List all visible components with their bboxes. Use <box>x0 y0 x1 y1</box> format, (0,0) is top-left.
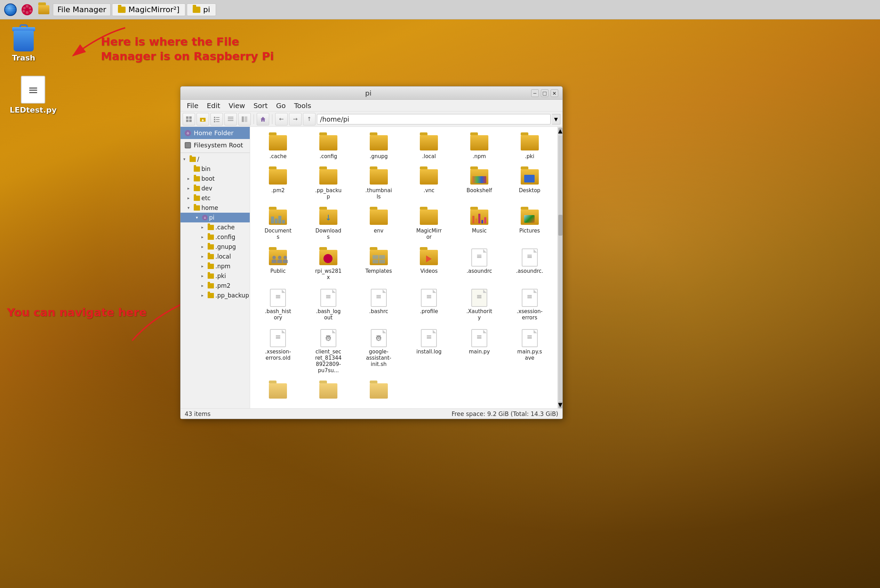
file-item-music[interactable]: Music <box>456 206 503 243</box>
address-dropdown-btn[interactable]: ▼ <box>552 114 560 124</box>
file-item-google-assistant[interactable]: ⚙ google-assistant-init.sh <box>355 326 402 376</box>
tree-item-bin[interactable]: bin <box>181 164 250 174</box>
toolbar-home-btn[interactable] <box>257 113 269 126</box>
tree-item-pki[interactable]: ▸ .pki <box>181 271 250 281</box>
file-item-desktop[interactable]: Desktop <box>506 165 554 202</box>
tree-item-cache[interactable]: ▸ .cache <box>181 222 250 232</box>
file-item-npm[interactable]: .npm <box>456 131 503 162</box>
file-item-install-log[interactable]: install.log <box>405 326 453 376</box>
file-item-profile[interactable]: .profile <box>405 286 453 324</box>
file-item-vnc[interactable]: .vnc <box>405 165 453 202</box>
window-maximize-btn[interactable]: □ <box>541 89 549 97</box>
tree-item-local[interactable]: ▸ .local <box>181 252 250 261</box>
trash-label: Trash <box>12 54 35 62</box>
file-item-xsession-errors-old[interactable]: .xsession-errors.old <box>254 326 302 376</box>
file-item-partial-3[interactable] <box>355 379 402 404</box>
tree-item-pi[interactable]: ▾ ⌂ pi <box>181 213 250 222</box>
file-item-main-py[interactable]: main.py <box>456 326 503 376</box>
file-item-xauthority[interactable]: .Xauthority <box>456 286 503 324</box>
file-item-videos[interactable]: Videos <box>405 246 453 283</box>
window-close-btn[interactable]: × <box>551 89 558 97</box>
file-item-pm2[interactable]: .pm2 <box>254 165 302 202</box>
menu-view[interactable]: View <box>225 100 248 111</box>
menu-edit[interactable]: Edit <box>203 100 224 111</box>
scrollbar-track[interactable] <box>558 135 563 401</box>
tree-arrow-pi: ▾ <box>196 215 201 220</box>
tab-pi[interactable]: pi <box>187 3 216 16</box>
tree-item-etc[interactable]: ▸ etc <box>181 193 250 203</box>
file-item-bashrc[interactable]: .bashrc <box>355 286 402 324</box>
toolbar-up-btn[interactable]: ↑ <box>303 113 316 126</box>
tree-item-root[interactable]: ▾ / <box>181 154 250 164</box>
file-item-bash-logout[interactable]: .bash_logout <box>305 286 352 324</box>
scrollbar[interactable]: ▲ ▼ <box>558 127 563 408</box>
file-item-asoundrc[interactable]: .asoundrc <box>456 246 503 283</box>
file-item-partial-2[interactable] <box>305 379 352 404</box>
raspberry-icon <box>21 3 33 16</box>
file-item-xsession-errors[interactable]: .xsession-errors <box>506 286 554 324</box>
toolbar-view4-btn[interactable] <box>238 113 251 126</box>
file-item-main-py-save[interactable]: main.py.save <box>506 326 554 376</box>
toolbar-view1-btn[interactable] <box>183 113 195 126</box>
toolbar-back-btn[interactable]: ← <box>275 113 288 126</box>
globe-taskbar-icon[interactable] <box>3 2 18 17</box>
ledtest-desktop-icon[interactable]: LEDtest.py <box>7 73 59 117</box>
sidebar-item-filesystem-root[interactable]: Filesystem Root <box>181 139 250 151</box>
sidebar-item-home-folder[interactable]: ⌂ Home Folder <box>181 127 250 139</box>
file-item-env[interactable]: env <box>355 206 402 243</box>
file-item-pp-backup[interactable]: .pp_backup <box>305 165 352 202</box>
window-minimize-btn[interactable]: − <box>531 89 539 97</box>
file-item-config[interactable]: .config <box>305 131 352 162</box>
file-label-google-assistant: google-assistant-init.sh <box>365 348 393 368</box>
tree-folder-root <box>190 157 196 162</box>
menu-file[interactable]: File <box>183 100 202 111</box>
tree-item-boot[interactable]: ▸ boot <box>181 174 250 183</box>
trash-desktop-icon[interactable]: Trash <box>7 21 41 65</box>
file-item-bash-history[interactable]: .bash_history <box>254 286 302 324</box>
toolbar-newfolder-btn[interactable] <box>197 113 209 126</box>
menu-tools[interactable]: Tools <box>290 100 314 111</box>
address-bar[interactable]: /home/pi <box>317 114 551 124</box>
tree-label-etc: etc <box>202 195 211 201</box>
items-count: 43 items <box>185 410 211 417</box>
tab-magicmirror[interactable]: MagicMirror²] <box>112 3 185 16</box>
file-item-bookshelf[interactable]: Bookshelf <box>456 165 503 202</box>
grid-icon <box>186 116 192 122</box>
scrollbar-up-btn[interactable]: ▲ <box>558 128 563 135</box>
tree-item-home[interactable]: ▾ home <box>181 203 250 213</box>
file-icon-main-py <box>469 329 489 347</box>
tree-item-gnupg[interactable]: ▸ .gnupg <box>181 242 250 252</box>
toolbar-view2-btn[interactable] <box>211 113 223 126</box>
tree-item-pp-backup[interactable]: ▸ .pp_backup <box>181 291 250 300</box>
toolbar-forward-btn[interactable]: → <box>289 113 302 126</box>
file-item-downloads[interactable]: ↓ Downloads <box>305 206 352 243</box>
file-item-public[interactable]: Public <box>254 246 302 283</box>
file-item-rpi[interactable]: rpi_ws281x <box>305 246 352 283</box>
file-item-gnupg[interactable]: .gnupg <box>355 131 402 162</box>
file-item-local[interactable]: .local <box>405 131 453 162</box>
file-item-partial-1[interactable] <box>254 379 302 404</box>
scrollbar-down-btn[interactable]: ▼ <box>558 401 563 408</box>
file-item-pictures[interactable]: Pictures <box>506 206 554 243</box>
file-item-thumbnails[interactable]: .thumbnails <box>355 165 402 202</box>
folder-taskbar-icon[interactable] <box>36 2 51 17</box>
tree-item-npm[interactable]: ▸ .npm <box>181 261 250 271</box>
menu-go[interactable]: Go <box>273 100 289 111</box>
folder-icon-config <box>319 134 338 152</box>
file-item-client-secret[interactable]: ⚙ client_secret_813448922809-pu7su... <box>305 326 352 376</box>
menu-sort[interactable]: Sort <box>250 100 271 111</box>
videos-play-icon <box>426 255 432 262</box>
file-item-magicmirror[interactable]: MagicMirror <box>405 206 453 243</box>
tree-item-dev[interactable]: ▸ dev <box>181 183 250 193</box>
raspberry-taskbar-icon[interactable] <box>20 2 35 17</box>
toolbar-view3-btn[interactable] <box>224 113 237 126</box>
file-item-templates[interactable]: Templates <box>355 246 402 283</box>
scrollbar-thumb[interactable] <box>558 215 563 236</box>
tree-item-config[interactable]: ▸ .config <box>181 232 250 242</box>
file-item-asoundrc2[interactable]: .asoundrc. <box>506 246 554 283</box>
tree-item-pm2[interactable]: ▸ .pm2 <box>181 281 250 291</box>
file-item-documents[interactable]: Documents <box>254 206 302 243</box>
file-manager-taskbar-btn[interactable]: File Manager <box>53 3 111 16</box>
file-item-pki[interactable]: .pki <box>506 131 554 162</box>
file-item-cache[interactable]: .cache <box>254 131 302 162</box>
